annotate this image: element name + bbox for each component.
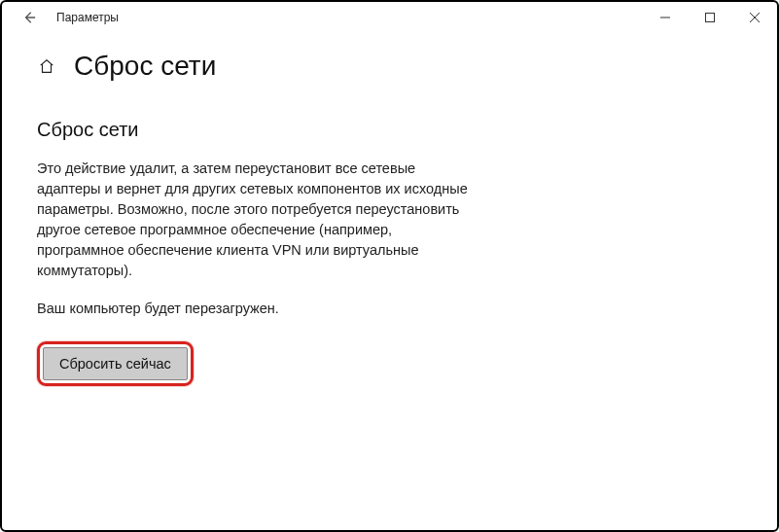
svg-rect-0 — [706, 14, 715, 22]
minimize-icon — [660, 13, 670, 22]
maximize-button[interactable] — [688, 2, 732, 33]
main-content: Сброс сети Это действие удалит, а затем … — [2, 89, 508, 404]
back-button[interactable] — [10, 2, 49, 33]
arrow-left-icon — [22, 11, 36, 24]
maximize-icon — [705, 13, 715, 22]
minimize-button[interactable] — [643, 2, 688, 33]
window-controls — [643, 2, 777, 33]
reset-now-button[interactable]: Сбросить сейчас — [43, 347, 188, 380]
app-title: Параметры — [56, 11, 119, 24]
page-header: Сброс сети — [2, 33, 777, 89]
close-icon — [750, 13, 760, 22]
title-bar: Параметры — [2, 2, 777, 33]
section-heading: Сброс сети — [37, 119, 473, 141]
home-icon — [38, 57, 55, 75]
page-title: Сброс сети — [74, 51, 216, 82]
close-button[interactable] — [732, 2, 777, 33]
home-button[interactable] — [37, 56, 56, 76]
description-text: Это действие удалит, а затем переустанов… — [37, 159, 473, 281]
restart-notice: Ваш компьютер будет перезагружен. — [37, 301, 473, 316]
reset-button-highlight: Сбросить сейчас — [37, 341, 194, 386]
